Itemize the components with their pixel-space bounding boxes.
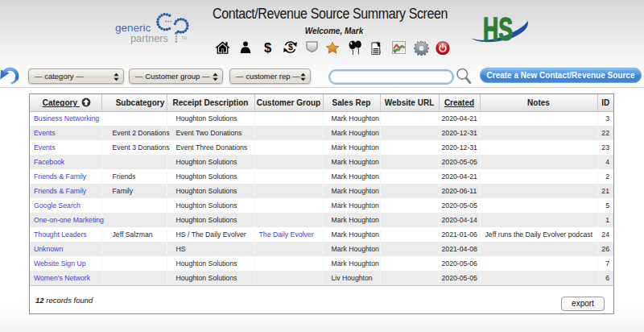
svg-text:$: $ bbox=[287, 42, 292, 52]
svg-text:HS: HS bbox=[483, 11, 513, 47]
